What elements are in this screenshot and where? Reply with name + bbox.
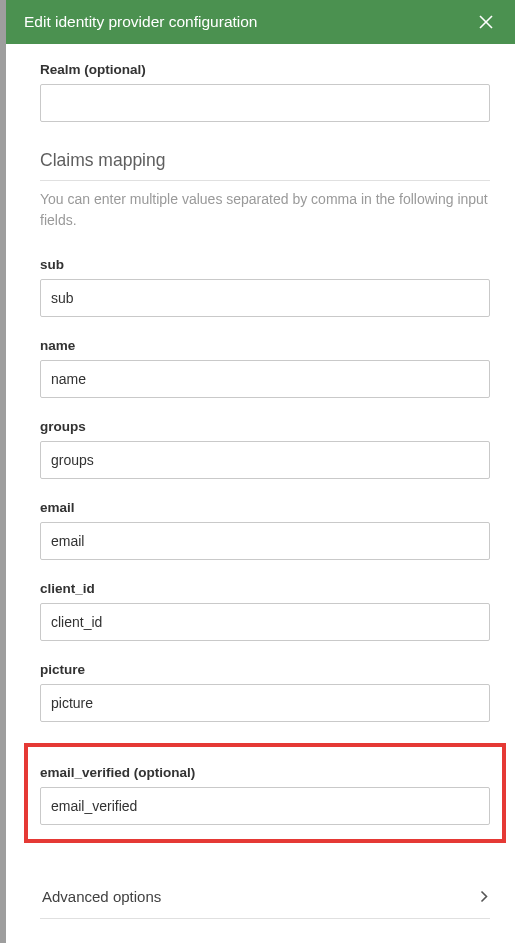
- groups-label: groups: [40, 419, 490, 434]
- realm-field-group: Realm (optional): [40, 62, 490, 122]
- name-input[interactable]: [40, 360, 490, 398]
- realm-input[interactable]: [40, 84, 490, 122]
- clientid-input[interactable]: [40, 603, 490, 641]
- claims-section-title: Claims mapping: [40, 150, 490, 181]
- groups-input[interactable]: [40, 441, 490, 479]
- emailverified-field-group: email_verified (optional): [40, 765, 490, 825]
- claims-help-text: You can enter multiple values separated …: [40, 189, 490, 231]
- advanced-options-row[interactable]: Advanced options: [40, 875, 490, 919]
- advanced-options-label: Advanced options: [42, 888, 161, 905]
- email-label: email: [40, 500, 490, 515]
- email-input[interactable]: [40, 522, 490, 560]
- clientid-field-group: client_id: [40, 581, 490, 641]
- clientid-label: client_id: [40, 581, 490, 596]
- close-button[interactable]: [475, 11, 497, 33]
- picture-field-group: picture: [40, 662, 490, 722]
- emailverified-label: email_verified (optional): [40, 765, 490, 780]
- close-icon: [479, 15, 493, 29]
- name-label: name: [40, 338, 490, 353]
- chevron-right-icon: [480, 890, 488, 903]
- picture-input[interactable]: [40, 684, 490, 722]
- emailverified-input[interactable]: [40, 787, 490, 825]
- realm-label: Realm (optional): [40, 62, 490, 77]
- name-field-group: name: [40, 338, 490, 398]
- sub-field-group: sub: [40, 257, 490, 317]
- groups-field-group: groups: [40, 419, 490, 479]
- email-field-group: email: [40, 500, 490, 560]
- picture-label: picture: [40, 662, 490, 677]
- dialog-header: Edit identity provider configuration: [6, 0, 515, 44]
- highlight-annotation: email_verified (optional): [24, 743, 506, 843]
- sub-label: sub: [40, 257, 490, 272]
- sub-input[interactable]: [40, 279, 490, 317]
- dialog-title: Edit identity provider configuration: [24, 13, 258, 31]
- panel-left-edge: [0, 0, 6, 943]
